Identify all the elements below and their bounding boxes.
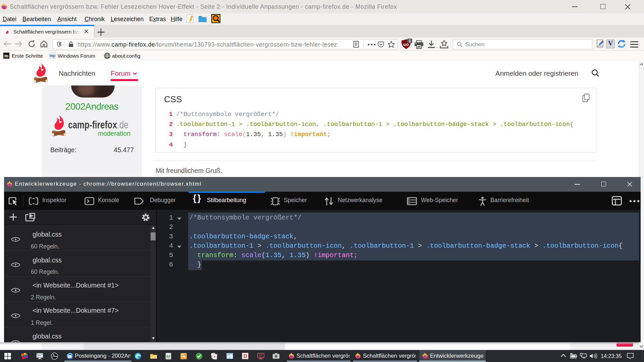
svg-text:1: 1 [409, 39, 411, 43]
